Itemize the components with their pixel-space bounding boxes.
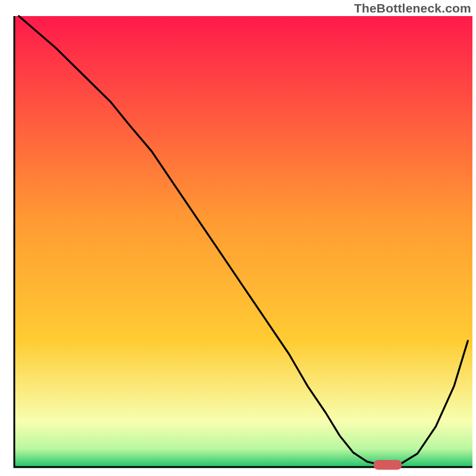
- bottleneck-chart: [0, 0, 476, 476]
- gradient-background: [14, 16, 472, 467]
- watermark-label: TheBottleneck.com: [354, 1, 471, 15]
- chart-container: TheBottleneck.com: [0, 0, 476, 476]
- sweet-spot-marker: [374, 460, 402, 470]
